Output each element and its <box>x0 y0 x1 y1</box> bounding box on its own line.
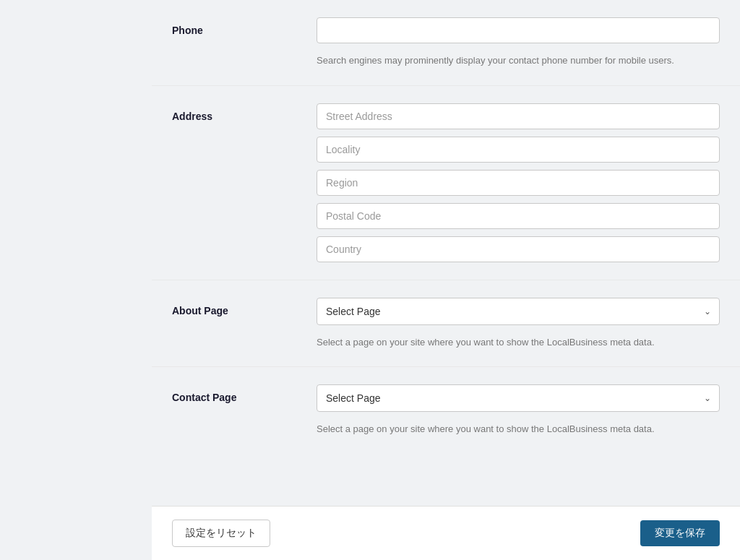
phone-help: Search engines may prominently display y… <box>317 53 720 68</box>
sidebar <box>0 0 152 560</box>
address-label: Address <box>172 103 317 122</box>
save-button[interactable]: 変更を保存 <box>640 520 720 546</box>
contact-page-row: Contact Page Select Page ⌄ Select a page… <box>152 367 740 454</box>
about-page-fields: Select Page ⌄ Select a page on your site… <box>317 298 720 350</box>
contact-page-select[interactable]: Select Page <box>317 384 720 412</box>
phone-row: Phone Search engines may prominently dis… <box>152 0 740 86</box>
about-page-row: About Page Select Page ⌄ Select a page o… <box>152 280 740 368</box>
country-input[interactable] <box>317 236 720 262</box>
about-page-select-wrapper: Select Page ⌄ <box>317 298 720 325</box>
form-area: Phone Search engines may prominently dis… <box>152 0 740 506</box>
contact-page-fields: Select Page ⌄ Select a page on your site… <box>317 384 720 436</box>
postal-code-input[interactable] <box>317 203 720 229</box>
about-page-label: About Page <box>172 298 317 316</box>
main-panel: Phone Search engines may prominently dis… <box>152 0 740 560</box>
locality-input[interactable] <box>317 137 720 163</box>
reset-button[interactable]: 設定をリセット <box>172 520 270 547</box>
phone-input[interactable] <box>317 17 720 43</box>
footer-bar: 設定をリセット 変更を保存 <box>152 506 740 560</box>
address-row: Address <box>152 86 740 280</box>
address-fields <box>317 103 720 262</box>
form-container: Phone Search engines may prominently dis… <box>152 0 740 454</box>
contact-page-select-wrapper: Select Page ⌄ <box>317 384 720 412</box>
contact-page-help: Select a page on your site where you wan… <box>317 422 720 436</box>
about-page-help: Select a page on your site where you wan… <box>317 335 720 350</box>
phone-fields: Search engines may prominently display y… <box>317 17 720 68</box>
content-and-footer: Phone Search engines may prominently dis… <box>152 0 740 560</box>
phone-label: Phone <box>172 17 317 36</box>
contact-page-label: Contact Page <box>172 384 317 403</box>
region-input[interactable] <box>317 170 720 196</box>
street-address-input[interactable] <box>317 103 720 129</box>
about-page-select[interactable]: Select Page <box>317 298 720 325</box>
